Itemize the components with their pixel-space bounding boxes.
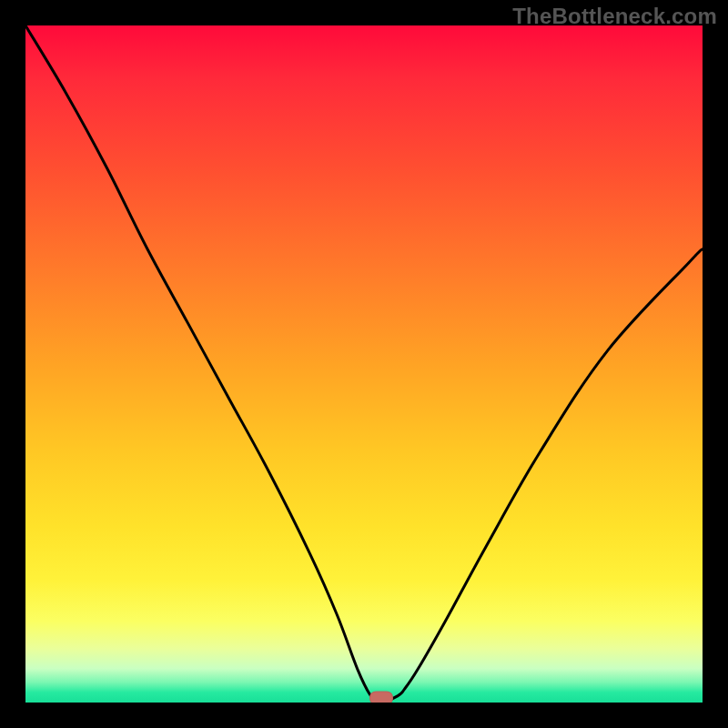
chart-frame: TheBottleneck.com	[0, 0, 728, 728]
plot-area	[25, 25, 703, 703]
bottleneck-curve	[25, 25, 703, 703]
optimal-point-marker	[369, 692, 393, 703]
watermark-text: TheBottleneck.com	[512, 4, 717, 29]
